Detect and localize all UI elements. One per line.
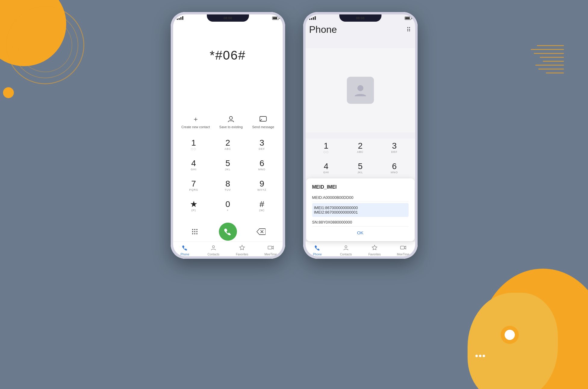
svg-point-2 xyxy=(192,229,193,230)
phone2-nav-bar: Phone Contacts xyxy=(303,241,418,259)
phone1-status-bar: 08:08 xyxy=(171,14,285,22)
phone2-nav-favorites-label: Favorites xyxy=(368,253,381,256)
save-existing-label: Save to existing xyxy=(219,125,243,129)
phone2-nav-meetime-label: MeeTime xyxy=(397,253,409,256)
svg-point-6 xyxy=(194,231,195,232)
keypad-row-3: 7 PQRS 8 TUV 9 WXYZ xyxy=(177,176,279,194)
call-button[interactable] xyxy=(219,223,237,241)
nav-contacts[interactable]: Contacts xyxy=(199,245,228,256)
key-8[interactable]: 8 TUV xyxy=(216,176,240,194)
phone2-status-bar: 08:08 xyxy=(303,14,418,22)
phone2-keypad-row-1: 1 ◌◌ 2 ABC 3 DEF xyxy=(309,138,412,156)
backspace-button[interactable] xyxy=(255,226,267,238)
phone1-nav-bar: Phone Contacts xyxy=(171,241,285,259)
bg-ring-inner xyxy=(505,330,515,340)
key-6[interactable]: 6 MNO xyxy=(250,156,274,174)
bg-decoration-ring xyxy=(501,326,519,344)
phone2-frame: 08:08 Phone ⠿ xyxy=(303,12,418,259)
imei-sn-row: SN:88Y0X0880000000 xyxy=(312,218,409,227)
imei-dialog: MEID_IMEI MEID:A00000B00DD00 IMEI1:86700… xyxy=(306,178,415,241)
imei-imei1-row: IMEI1:867000000000000 IMEI2:867000000000… xyxy=(312,203,409,217)
phone2-key-6[interactable]: 6 MNO xyxy=(382,159,406,177)
phone2-contacts-nav-icon xyxy=(343,245,349,252)
nav-phone-label: Phone xyxy=(181,253,189,256)
svg-point-10 xyxy=(196,233,198,234)
meetime-nav-icon xyxy=(268,245,274,252)
phone2-nav-contacts-label: Contacts xyxy=(340,253,352,256)
nav-phone[interactable]: Phone xyxy=(171,245,199,256)
contacts-nav-icon xyxy=(210,245,216,252)
nav-meetime-label: MeeTime xyxy=(264,253,277,256)
phone2-key-5[interactable]: 5 JKL xyxy=(348,159,372,177)
svg-rect-12 xyxy=(268,246,272,249)
svg-point-8 xyxy=(192,233,193,234)
key-4[interactable]: 4 GHI xyxy=(182,156,206,174)
phone2-nav-contacts[interactable]: Contacts xyxy=(332,245,360,256)
send-message-button[interactable]: Send message xyxy=(252,114,274,129)
phone2-nav-phone-label: Phone xyxy=(313,253,322,256)
phone1-dialed-number: *#06# xyxy=(171,48,285,63)
keypad-row-2: 4 GHI 5 JKL 6 MNO xyxy=(177,156,279,174)
phone2-header: Phone ⠿ xyxy=(303,24,418,35)
contact-avatar xyxy=(347,77,374,104)
key-0[interactable]: 0 + xyxy=(216,197,240,215)
send-message-icon xyxy=(258,114,268,124)
phone2-nav-favorites[interactable]: Favorites xyxy=(360,245,389,256)
svg-rect-15 xyxy=(400,246,404,249)
nav-contacts-label: Contacts xyxy=(207,253,219,256)
phones-container: 08:08 *#06# ＋ Create new contact xyxy=(171,12,418,259)
key-1[interactable]: 1 ◌◌ xyxy=(182,135,206,153)
nav-favorites[interactable]: Favorites xyxy=(228,245,257,256)
imei-ok-button[interactable]: OK xyxy=(312,230,409,235)
svg-point-13 xyxy=(357,85,363,91)
phone2-favorites-nav-icon xyxy=(372,245,378,252)
nav-meetime[interactable]: MeeTime xyxy=(257,245,285,256)
phone2-battery-icon xyxy=(405,17,411,20)
key-3[interactable]: 3 DEF xyxy=(250,135,274,153)
key-9[interactable]: 9 WXYZ xyxy=(250,176,274,194)
phone2-key-4[interactable]: 4 GHI xyxy=(314,159,338,177)
keypad-row-4: ★ (P) 0 + # (W) xyxy=(177,197,279,215)
svg-point-3 xyxy=(194,229,195,230)
key-7[interactable]: 7 PQRS xyxy=(182,176,206,194)
phone1-dialer-actions: ＋ Create new contact Save to existing xyxy=(171,114,285,129)
key-5[interactable]: 5 JKL xyxy=(216,156,240,174)
phone2-phone-nav-icon xyxy=(314,245,320,252)
create-contact-label: Create new contact xyxy=(181,125,210,129)
phone1-screen: 08:08 *#06# ＋ Create new contact xyxy=(171,12,285,259)
phone2-meetime-nav-icon xyxy=(400,245,406,252)
dots-menu-button[interactable]: ⠿ xyxy=(406,26,412,33)
send-message-label: Send message xyxy=(252,125,274,129)
svg-point-9 xyxy=(194,233,195,234)
bg-decoration-small-circle xyxy=(3,87,14,98)
phone1-signal-icon xyxy=(177,16,183,20)
phone2-contact-area xyxy=(303,48,418,132)
key-star[interactable]: ★ (P) xyxy=(182,197,206,215)
phone1-frame: 08:08 *#06# ＋ Create new contact xyxy=(171,12,285,259)
key-hash[interactable]: # (W) xyxy=(250,197,274,215)
imei-meid-row: MEID:A00000B00DD00 xyxy=(312,193,409,202)
save-existing-icon xyxy=(226,114,236,124)
keypad-row-1: 1 ◌◌ 2 ABC 3 DEF xyxy=(177,135,279,153)
key-2[interactable]: 2 ABC xyxy=(216,135,240,153)
phone1-call-bar xyxy=(171,223,285,241)
imei-dialog-title: MEID_IMEI xyxy=(312,184,409,190)
save-to-existing-button[interactable]: Save to existing xyxy=(219,114,243,129)
favorites-nav-icon xyxy=(239,245,245,252)
phone2-screen: 08:08 Phone ⠿ xyxy=(303,12,418,259)
dialpad-icon-button[interactable] xyxy=(189,226,201,238)
phone2-key-1[interactable]: 1 ◌◌ xyxy=(314,138,338,156)
svg-point-4 xyxy=(196,229,198,230)
phone2-nav-meetime[interactable]: MeeTime xyxy=(389,245,418,256)
phone2-key-3[interactable]: 3 DEF xyxy=(382,138,406,156)
bg-decoration-arc3 xyxy=(18,18,72,72)
phone1-time: 08:08 xyxy=(223,16,232,20)
phone2-nav-phone[interactable]: Phone xyxy=(303,245,332,256)
phone1-keypad: 1 ◌◌ 2 ABC 3 DEF 4 GHI xyxy=(171,135,285,217)
create-new-contact-button[interactable]: ＋ Create new contact xyxy=(181,114,210,129)
create-contact-icon: ＋ xyxy=(191,114,201,124)
svg-point-14 xyxy=(345,245,347,248)
svg-point-7 xyxy=(196,231,198,232)
svg-point-11 xyxy=(213,245,215,248)
phone2-key-2[interactable]: 2 ABC xyxy=(348,138,372,156)
